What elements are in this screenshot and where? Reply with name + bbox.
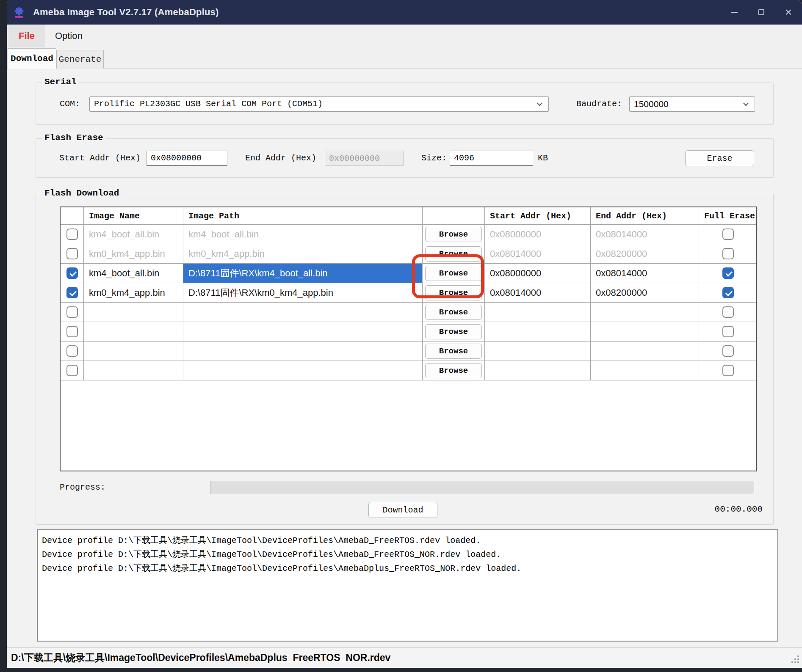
header-browse [423, 207, 485, 225]
com-port-value: Prolific PL2303GC USB Serial COM Port (C… [94, 99, 323, 109]
select-cell [61, 342, 84, 361]
browse-button[interactable]: Browse [425, 305, 482, 320]
row-select-checkbox[interactable] [66, 345, 78, 357]
start-addr-cell[interactable] [485, 303, 591, 322]
menu-option[interactable]: Option [45, 25, 93, 47]
image-name-cell[interactable]: km0_km4_app.bin [84, 283, 183, 303]
table-body: km4_boot_all.binkm4_boot_all.binBrowse0x… [61, 225, 756, 380]
row-select-checkbox[interactable] [66, 267, 78, 279]
full-erase-checkbox[interactable] [722, 326, 734, 337]
flash-erase-legend: Flash Erase [42, 133, 106, 143]
table-row: Browse [61, 303, 756, 322]
browse-button[interactable]: Browse [425, 266, 482, 281]
header-end-addr: End Addr (Hex) [591, 207, 699, 225]
tab-generate[interactable]: Generate [56, 50, 104, 69]
full-erase-checkbox[interactable] [722, 267, 734, 279]
end-addr-cell[interactable]: 0x08200000 [591, 244, 699, 264]
elapsed-time: 00:00.000 [715, 504, 763, 514]
table-row: km0_km4_app.binkm0_km4_app.binBrowse0x08… [61, 244, 756, 264]
download-button[interactable]: Download [368, 502, 437, 518]
end-addr-cell[interactable]: 0x08014000 [591, 225, 699, 244]
image-path-cell[interactable] [183, 303, 423, 322]
menu-file[interactable]: File [8, 25, 45, 47]
header-start-addr: Start Addr (Hex) [485, 207, 591, 225]
maximize-button[interactable] [748, 0, 775, 25]
window-title: Ameba Image Tool V2.7.17 (AmebaDplus) [33, 7, 219, 18]
close-button[interactable]: × [775, 0, 802, 25]
end-addr-cell[interactable] [591, 303, 699, 322]
image-path-cell[interactable]: km4_boot_all.bin [183, 225, 423, 244]
row-select-checkbox[interactable] [66, 306, 78, 318]
end-addr-cell[interactable] [591, 322, 699, 342]
table-row: Browse [61, 361, 756, 380]
start-addr-cell[interactable]: 0x08014000 [485, 283, 591, 303]
image-name-cell[interactable] [84, 303, 183, 322]
full-erase-cell [699, 361, 757, 380]
log-line: Device profile D:\下载工具\烧录工具\ImageTool\De… [42, 548, 773, 562]
tab-strip: Download Generate [7, 47, 802, 69]
log-output[interactable]: Device profile D:\下载工具\烧录工具\ImageTool\De… [37, 529, 778, 642]
end-addr-cell[interactable] [591, 361, 699, 380]
full-erase-checkbox[interactable] [722, 229, 734, 240]
erase-size-unit-label: KB [538, 151, 548, 166]
select-cell [61, 361, 84, 380]
start-addr-cell[interactable] [485, 342, 591, 361]
full-erase-checkbox[interactable] [722, 365, 734, 376]
image-path-cell[interactable]: km0_km4_app.bin [183, 244, 423, 264]
table-header-row: Image Name Image Path Start Addr (Hex) E… [61, 207, 756, 225]
select-cell [61, 225, 84, 244]
full-erase-checkbox[interactable] [722, 287, 734, 298]
image-name-cell[interactable]: km0_km4_app.bin [84, 244, 183, 264]
browse-button[interactable]: Browse [425, 285, 482, 300]
end-addr-cell[interactable] [591, 342, 699, 361]
full-erase-checkbox[interactable] [722, 248, 734, 259]
row-select-checkbox[interactable] [66, 229, 78, 240]
erase-start-addr-input[interactable] [147, 151, 227, 166]
baudrate-select[interactable]: 1500000 [629, 96, 755, 112]
image-path-cell[interactable] [183, 361, 423, 380]
row-select-checkbox[interactable] [66, 365, 78, 376]
resize-grip-icon[interactable] [790, 654, 799, 665]
end-addr-cell[interactable]: 0x08200000 [591, 283, 699, 303]
image-name-cell[interactable]: km4_boot_all.bin [84, 225, 183, 244]
browse-button[interactable]: Browse [425, 246, 482, 262]
erase-size-input[interactable] [450, 151, 533, 166]
image-path-cell[interactable]: D:\8711固件\RX\km4_boot_all.bin [183, 264, 423, 283]
erase-end-addr-label: End Addr (Hex) [245, 151, 316, 166]
image-path-cell[interactable] [183, 322, 423, 342]
start-addr-cell[interactable] [485, 322, 591, 342]
full-erase-checkbox[interactable] [722, 306, 734, 318]
browse-button[interactable]: Browse [425, 324, 482, 339]
image-path-cell[interactable] [183, 342, 423, 361]
tab-download[interactable]: Download [8, 48, 56, 69]
full-erase-checkbox[interactable] [722, 345, 734, 357]
full-erase-cell [699, 264, 757, 283]
row-select-checkbox[interactable] [66, 326, 78, 337]
app-icon [12, 5, 26, 19]
end-addr-cell[interactable]: 0x08014000 [591, 264, 699, 283]
start-addr-cell[interactable]: 0x08000000 [485, 225, 591, 244]
full-erase-cell [699, 322, 757, 342]
row-select-checkbox[interactable] [66, 248, 78, 259]
minimize-button[interactable] [721, 0, 748, 25]
browse-button[interactable]: Browse [425, 344, 482, 359]
menu-bar: File Option [7, 25, 802, 47]
image-name-cell[interactable] [84, 342, 183, 361]
com-port-select[interactable]: Prolific PL2303GC USB Serial COM Port (C… [89, 96, 549, 112]
browse-button[interactable]: Browse [425, 363, 482, 378]
progress-label: Progress: [60, 480, 105, 495]
start-addr-cell[interactable]: 0x08014000 [485, 244, 591, 264]
start-addr-cell[interactable]: 0x08000000 [485, 264, 591, 283]
start-addr-cell[interactable] [485, 361, 591, 380]
browse-button[interactable]: Browse [425, 227, 482, 242]
maximize-icon [758, 9, 764, 15]
image-path-cell[interactable]: D:\8711固件\RX\km0_km4_app.bin [183, 283, 423, 303]
baudrate-label: Baudrate: [576, 96, 622, 112]
window-controls: × [721, 0, 802, 25]
row-select-checkbox[interactable] [66, 287, 78, 298]
image-name-cell[interactable]: km4_boot_all.bin [84, 264, 183, 283]
erase-button[interactable]: Erase [685, 150, 754, 166]
com-label: COM: [60, 96, 80, 112]
image-name-cell[interactable] [84, 361, 183, 380]
image-name-cell[interactable] [84, 322, 183, 342]
